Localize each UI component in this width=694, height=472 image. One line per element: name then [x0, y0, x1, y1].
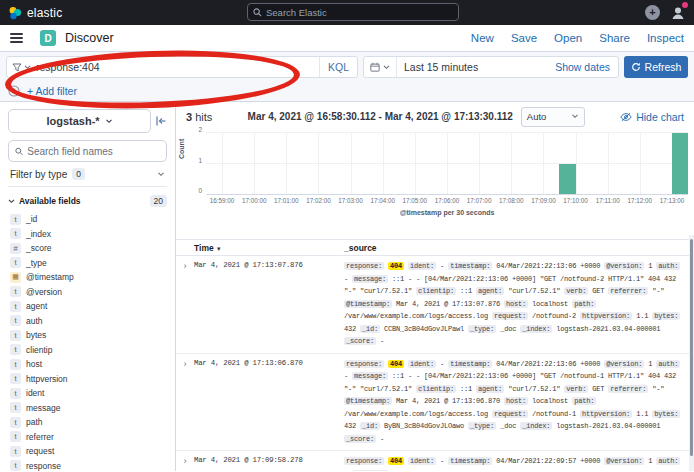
user-avatar[interactable]: [670, 5, 686, 21]
row-source: response: 404 ident: - timestamp: 04/Mar…: [344, 455, 694, 471]
save-button[interactable]: Save: [511, 32, 537, 44]
field-item[interactable]: tpath: [8, 415, 167, 430]
menu-icon[interactable]: [10, 33, 23, 43]
field-item[interactable]: tmessage: [8, 401, 167, 416]
x-tick-label: 17:10:00: [563, 197, 588, 204]
source-value: 432: [344, 325, 356, 333]
field-item[interactable]: trequest: [8, 444, 167, 459]
field-name: clientip: [26, 345, 52, 355]
collapse-sidebar-icon[interactable]: [155, 115, 167, 127]
interval-value: Auto: [527, 111, 547, 122]
time-column-header[interactable]: Time▼: [176, 243, 344, 253]
date-quick-select[interactable]: [364, 57, 397, 77]
histogram-chart[interactable]: Count 012 16:59:0017:00:0017:01:0017:02:…: [176, 131, 694, 233]
saved-query-clock-icon[interactable]: [8, 85, 20, 97]
field-item[interactable]: thttpversion: [8, 372, 167, 387]
filter-by-type[interactable]: Filter by type 0: [8, 162, 167, 187]
source-field-name: message:: [352, 275, 388, 283]
row-time: Mar 4, 2021 @ 17:13:07.876: [194, 260, 344, 348]
source-value: -: [380, 337, 384, 345]
source-field-name: host:: [504, 300, 528, 308]
v-gridline: [415, 133, 416, 194]
open-button[interactable]: Open: [554, 32, 582, 44]
index-pattern-select[interactable]: logstash-*: [8, 109, 151, 133]
field-item[interactable]: ▦@timestamp: [8, 270, 167, 285]
source-field-name: _index:: [520, 422, 552, 430]
add-filter-button[interactable]: + Add filter: [27, 85, 77, 97]
v-gridline: [286, 133, 287, 194]
source-field-name: _type:: [468, 422, 496, 430]
row-time: Mar 4, 2021 @ 17:09:58.278: [194, 455, 344, 471]
fields-list: t_idt_index#_scoret_type▦@timestampt@ver…: [8, 212, 167, 472]
source-field-name: _id:: [360, 422, 380, 430]
field-item[interactable]: t_id: [8, 212, 167, 227]
expand-row-icon[interactable]: ›: [176, 358, 194, 446]
histogram-plot[interactable]: 012: [206, 133, 688, 195]
field-item[interactable]: tclientip: [8, 343, 167, 358]
refresh-button[interactable]: Refresh: [624, 56, 688, 78]
share-button[interactable]: Share: [599, 32, 630, 44]
elastic-logo-icon: [8, 6, 22, 20]
plus-circle-icon[interactable]: +: [645, 5, 660, 20]
field-item[interactable]: tagent: [8, 299, 167, 314]
source-value: localhost: [532, 397, 568, 405]
source-value: ::1: [460, 287, 472, 295]
y-tick-label: 0: [198, 187, 202, 194]
source-field-name: referrer:: [608, 287, 648, 295]
field-item[interactable]: tident: [8, 386, 167, 401]
saved-query-menu[interactable]: [12, 62, 36, 72]
source-field-name: bytes:: [652, 410, 680, 418]
field-item[interactable]: t_index: [8, 227, 167, 242]
field-item[interactable]: #_score: [8, 241, 167, 256]
source-value: -: [344, 275, 348, 283]
histogram-bar[interactable]: [672, 133, 688, 194]
inspect-button[interactable]: Inspect: [647, 32, 684, 44]
source-field-name: @timestamp:: [344, 300, 392, 308]
field-item[interactable]: tbytes: [8, 328, 167, 343]
highlighted-match: 404: [388, 262, 404, 270]
histogram-bar[interactable]: [559, 164, 575, 195]
histogram-date-range: Mar 4, 2021 @ 16:58:30.112 - Mar 4, 2021…: [248, 111, 513, 122]
source-field-name: timestamp:: [448, 457, 492, 465]
hide-chart-button[interactable]: Hide chart: [620, 111, 684, 123]
global-search[interactable]: [247, 3, 459, 21]
field-item[interactable]: treferrer: [8, 430, 167, 445]
field-item[interactable]: tresponse: [8, 459, 167, 472]
field-item[interactable]: t@version: [8, 285, 167, 300]
scrollbar-thumb[interactable]: [690, 239, 693, 456]
field-search[interactable]: [8, 140, 167, 162]
field-type-icon: t: [10, 446, 21, 457]
expand-row-icon[interactable]: ›: [176, 260, 194, 348]
time-range-value[interactable]: Last 15 minutes: [397, 61, 478, 73]
field-item[interactable]: t_type: [8, 256, 167, 271]
field-search-input[interactable]: [27, 146, 160, 157]
field-item[interactable]: thost: [8, 357, 167, 372]
eye-slash-icon: [620, 112, 632, 122]
y-tick-label: 1: [198, 156, 202, 163]
field-name: auth: [26, 316, 43, 326]
highlighted-match: 404: [388, 360, 404, 368]
discover-app-icon: D: [40, 30, 56, 46]
expand-row-icon[interactable]: ›: [176, 455, 194, 471]
query-input[interactable]: [36, 61, 319, 73]
results-header: 3 hits Mar 4, 2021 @ 16:58:30.112 - Mar …: [176, 102, 694, 131]
field-sidebar: logstash-* Filter by type 0: [0, 102, 176, 471]
highlighted-match: 404: [388, 457, 404, 465]
source-field-name: _score:: [344, 435, 376, 443]
available-fields-header[interactable]: Available fields 20: [8, 195, 167, 207]
field-item[interactable]: tauth: [8, 314, 167, 329]
source-field-name: verb:: [564, 287, 588, 295]
filter-icon: [12, 62, 22, 72]
show-dates-button[interactable]: Show dates: [555, 61, 618, 73]
query-language-button[interactable]: KQL: [319, 57, 357, 77]
search-icon: [15, 147, 23, 156]
interval-select[interactable]: Auto: [521, 107, 585, 127]
field-type-icon: t: [10, 214, 21, 225]
field-name: httpversion: [26, 374, 68, 384]
v-gridline: [479, 133, 480, 194]
new-button[interactable]: New: [471, 32, 494, 44]
global-search-input[interactable]: [266, 7, 453, 18]
vertical-scrollbar[interactable]: [689, 235, 694, 471]
source-field-name: ident:: [408, 360, 436, 368]
elastic-logo[interactable]: elastic: [8, 6, 62, 20]
